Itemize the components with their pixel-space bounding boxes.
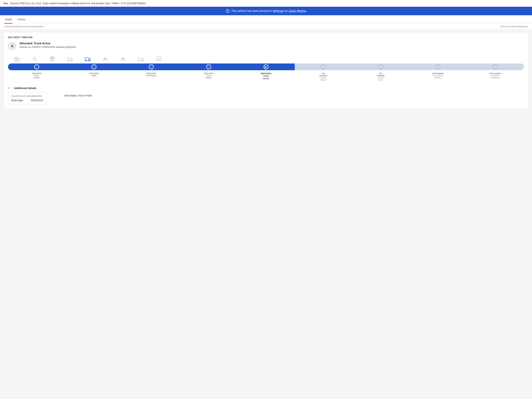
presold-banner: i This vehicle has been presold to Whitm… bbox=[0, 7, 532, 15]
status-row: A Allocated: Truck Arrive Vehicle at LAZ… bbox=[8, 42, 524, 50]
label-arrival-dealer: Not Available Arrival at Dealership bbox=[467, 72, 524, 81]
segment-7 bbox=[352, 63, 409, 70]
step-icon-processing bbox=[44, 55, 61, 63]
inactive-7 bbox=[378, 64, 383, 69]
svg-rect-3 bbox=[18, 59, 19, 60]
timeline-labels: 02/16/2024 Prod. Confirm 05/30/2024 Buil… bbox=[8, 72, 524, 81]
svg-rect-23 bbox=[85, 58, 89, 60]
text-prod-1: Prod. bbox=[8, 75, 65, 77]
date-prod: 02/16/2024 bbox=[8, 72, 65, 75]
text-arrival-2: Dealership bbox=[467, 77, 524, 79]
text-truck-depart-2: Depart bbox=[180, 77, 237, 79]
svg-point-22 bbox=[71, 60, 72, 61]
text-vessel-depart-2: Depart bbox=[295, 79, 352, 81]
top-bar: Pro Tacoma TRD Pro 2.4L 4-Cyl. Turbo Hyb… bbox=[0, 0, 532, 7]
label-vessel-depart: Not Available Vessel Depart bbox=[295, 72, 352, 81]
inactive-6 bbox=[321, 64, 326, 69]
text-build: Build bbox=[65, 75, 122, 77]
svg-line-9 bbox=[35, 60, 37, 61]
step-icon-on-truck bbox=[132, 55, 150, 63]
step-icon-build bbox=[26, 55, 44, 63]
check-2: ✓ bbox=[91, 64, 96, 69]
delivery-card: DELIVERY TIMELINE A Allocated: Truck Arr… bbox=[4, 32, 528, 109]
segment-6 bbox=[295, 63, 352, 70]
buyer-link[interactable]: Whitman bbox=[273, 9, 284, 13]
segment-3: ✓ bbox=[123, 63, 180, 70]
check-1: ✓ bbox=[34, 64, 39, 69]
info-icon: i bbox=[226, 9, 229, 13]
timeline-container: ✓ ✓ ✓ ✓ ▶ bbox=[8, 55, 524, 81]
segment-1: ✓ bbox=[8, 63, 65, 70]
svg-rect-20 bbox=[67, 58, 71, 60]
svg-point-30 bbox=[142, 60, 143, 61]
label-build: 05/30/2024 Build bbox=[65, 72, 122, 81]
step-icon-vessel-depart bbox=[97, 55, 114, 63]
delivery-timeline-title: DELIVERY TIMELINE bbox=[8, 36, 524, 39]
text-vessel-arrive-2: Arrive bbox=[352, 79, 409, 81]
play-button: ▶ bbox=[264, 64, 268, 69]
tabs-row: Detail History bbox=[0, 15, 532, 24]
svg-rect-15 bbox=[52, 57, 53, 58]
svg-rect-11 bbox=[51, 58, 52, 59]
additional-details-row[interactable]: ▼ ✓ Additional Details bbox=[8, 84, 524, 92]
svg-rect-16 bbox=[53, 57, 54, 58]
plant-section: PLANT/BUILD INFORMATION Build Date: 05/3… bbox=[8, 92, 47, 104]
svg-point-25 bbox=[89, 60, 90, 61]
additional-details-label: Additional Details bbox=[14, 87, 37, 89]
date-on-truck: Not Available bbox=[409, 72, 467, 75]
label-vessel-arrive: Not Available Vessel Arrive bbox=[352, 72, 409, 81]
svg-rect-17 bbox=[51, 60, 53, 61]
truck-delivery-icon bbox=[137, 55, 145, 63]
label-truck-depart: 05/31/2024 Truck Depart bbox=[180, 72, 237, 81]
text-arrival-1: Arrival at bbox=[467, 75, 524, 77]
tab-detail[interactable]: Detail bbox=[4, 15, 13, 24]
text-vessel-depart-1: Vessel bbox=[295, 77, 352, 79]
progress-bar: ✓ ✓ ✓ ✓ ▶ bbox=[8, 63, 524, 70]
svg-rect-12 bbox=[52, 58, 53, 59]
segment-9 bbox=[467, 63, 524, 70]
truck-depart-icon bbox=[66, 55, 74, 63]
segment-8 bbox=[409, 63, 467, 70]
date-vessel-arrive-1: Not bbox=[352, 72, 409, 75]
date-vessel-depart-2: Available bbox=[295, 75, 352, 77]
main-content: DELIVERY TIMELINE A Allocated: Truck Arr… bbox=[0, 29, 532, 112]
text-vessel-arrive-1: Vessel bbox=[352, 77, 409, 79]
status-circle: A bbox=[8, 42, 17, 50]
text-prod-2: Confirm bbox=[8, 77, 65, 79]
factory-icon bbox=[13, 55, 21, 63]
date-build: 05/30/2024 bbox=[65, 72, 122, 75]
plant-hold-row: PLANT/BUILD INFORMATION Build Date: 05/3… bbox=[8, 92, 524, 104]
inactive-8 bbox=[436, 64, 441, 69]
step-icon-vessel-arrive bbox=[114, 55, 132, 63]
date-truck-depart: 05/31/2024 bbox=[180, 72, 237, 75]
label-processing: 05/31/2024 Processing bbox=[123, 72, 180, 81]
search-icon bbox=[30, 55, 39, 63]
chevron-icon: ✓ bbox=[11, 87, 13, 89]
svg-point-24 bbox=[85, 60, 87, 61]
vessel-arrive-icon bbox=[119, 55, 127, 63]
step-icon-truck-arrive bbox=[79, 55, 97, 63]
text-processing: Processing bbox=[123, 75, 180, 77]
segment-4: ✓ bbox=[180, 63, 237, 70]
text-on-truck-2: Delivery bbox=[409, 77, 467, 79]
text-truck-depart-1: Truck bbox=[180, 75, 237, 77]
date-truck-arrive: 06/01/2024 bbox=[237, 72, 295, 75]
status-desc: Vehicle at LAZARO CARDENAS awaiting ship… bbox=[19, 45, 76, 48]
build-date-value: 05/30/2024 bbox=[31, 99, 43, 102]
vehicle-badge: Pro bbox=[4, 2, 8, 5]
step-icon-prod bbox=[8, 55, 26, 63]
segment-5: ▶ bbox=[237, 63, 295, 70]
tab-history[interactable]: History bbox=[17, 15, 26, 24]
label-truck-arrive: 06/01/2024 Truck Arrive bbox=[237, 72, 295, 81]
vehicle-title: Tacoma TRD Pro 2.4L 4-Cyl. Turbo Hybrid … bbox=[10, 2, 146, 5]
salesperson-link[interactable]: Javier Medina bbox=[289, 9, 306, 13]
status-text: Allocated: Truck Arrive Vehicle at LAZAR… bbox=[19, 42, 76, 48]
date-processing: 05/31/2024 bbox=[123, 72, 180, 75]
truck-arrive-icon bbox=[83, 55, 92, 63]
date-vessel-depart-1: Not bbox=[295, 72, 352, 75]
svg-rect-2 bbox=[16, 59, 17, 60]
status-heading: Allocated: Truck Arrive bbox=[19, 42, 76, 45]
email-notification-text: Receive E-Mail Notification bbox=[500, 25, 528, 28]
step-icon-truck-depart bbox=[61, 55, 79, 63]
vessel-depart-icon bbox=[101, 55, 110, 63]
